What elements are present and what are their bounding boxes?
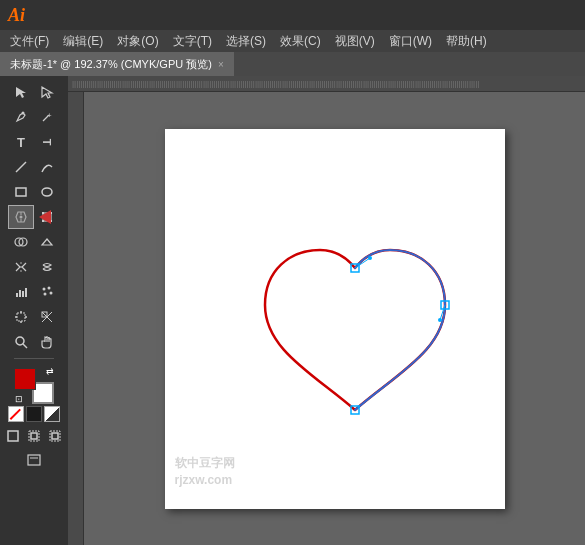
tool-row-puppet	[0, 205, 68, 229]
svg-rect-35	[31, 433, 37, 439]
canvas-area: ||||||||||||||||||||||||||||||||||||||||…	[68, 76, 585, 545]
left-toolbar: + T T	[0, 76, 68, 545]
svg-rect-18	[19, 290, 21, 297]
menu-edit[interactable]: 编辑(E)	[57, 31, 109, 52]
svg-line-2	[16, 162, 26, 172]
line-tool[interactable]	[8, 155, 34, 179]
draw-inside-icon[interactable]	[25, 426, 42, 446]
tab-bar: 未标题-1* @ 192.37% (CMYK/GPU 预览) ×	[0, 52, 585, 76]
vertical-type-tool[interactable]: T	[34, 130, 60, 154]
reset-colors-icon[interactable]: ⊡	[14, 393, 24, 405]
tool-row-1	[0, 80, 68, 104]
slice-tool[interactable]	[34, 305, 60, 329]
ruler-top: ||||||||||||||||||||||||||||||||||||||||…	[68, 76, 585, 92]
svg-point-6	[20, 216, 23, 219]
fill-color-box[interactable]	[14, 368, 36, 390]
svg-point-24	[50, 292, 53, 295]
tool-row-10	[0, 330, 68, 354]
pen-tool[interactable]	[8, 105, 34, 129]
small-swatches	[4, 406, 64, 422]
gradient-swatch[interactable]	[44, 406, 60, 422]
svg-rect-33	[8, 431, 18, 441]
screen-mode-row	[4, 449, 64, 471]
svg-rect-3	[16, 188, 26, 196]
menu-type[interactable]: 文字(T)	[167, 31, 218, 52]
active-tab[interactable]: 未标题-1* @ 192.37% (CMYK/GPU 预览) ×	[0, 52, 234, 76]
draw-normal-icon[interactable]	[4, 426, 21, 446]
selection-tool[interactable]	[8, 80, 34, 104]
menu-effect[interactable]: 效果(C)	[274, 31, 327, 52]
bottom-tools: ⊡ ⇄	[0, 362, 68, 475]
svg-rect-38	[28, 455, 40, 465]
black-swatch[interactable]	[26, 406, 42, 422]
tool-separator	[14, 358, 55, 359]
ellipse-tool[interactable]	[34, 180, 60, 204]
svg-rect-25	[17, 313, 25, 321]
menu-file[interactable]: 文件(F)	[4, 31, 55, 52]
svg-point-4	[42, 188, 52, 196]
perspective-tool[interactable]	[34, 230, 60, 254]
svg-point-31	[16, 337, 24, 345]
canvas-content: 软中豆字网 rjzxw.com 软中豆字网rjzxw.com	[84, 92, 585, 545]
tool-row-4	[0, 155, 68, 179]
scatter-tool[interactable]	[34, 280, 60, 304]
artboard-tool[interactable]	[8, 305, 34, 329]
bottom-icon-row	[4, 426, 64, 446]
tab-title: 未标题-1* @ 192.37% (CMYK/GPU 预览)	[10, 57, 212, 72]
warp-tool[interactable]	[34, 255, 60, 279]
svg-point-44	[368, 256, 372, 260]
svg-point-22	[48, 287, 51, 290]
zoom-tool[interactable]	[8, 330, 34, 354]
svg-point-0	[22, 112, 25, 115]
heart-shape	[255, 220, 455, 440]
tool-row-7	[0, 255, 68, 279]
tool-arrow-indicator	[39, 210, 51, 224]
reflect-tool[interactable]	[8, 255, 34, 279]
hand-tool[interactable]	[34, 330, 60, 354]
svg-point-21	[43, 288, 46, 291]
menu-select[interactable]: 选择(S)	[220, 31, 272, 52]
shape-builder-tool[interactable]	[8, 230, 34, 254]
ruler-left	[68, 92, 84, 545]
svg-point-46	[438, 318, 442, 322]
tool-row-9	[0, 305, 68, 329]
menu-bar: 文件(F) 编辑(E) 对象(O) 文字(T) 选择(S) 效果(C) 视图(V…	[0, 30, 585, 52]
draw-behind-icon[interactable]	[47, 426, 64, 446]
white-canvas[interactable]: 软中豆字网 rjzxw.com 软中豆字网rjzxw.com	[165, 129, 505, 509]
tool-row-6	[0, 230, 68, 254]
color-boxes: ⊡ ⇄	[14, 368, 54, 404]
svg-point-23	[44, 293, 47, 296]
svg-text:+: +	[47, 111, 52, 120]
type-tool[interactable]: T	[8, 130, 34, 154]
tool-row-8	[0, 280, 68, 304]
swap-colors-icon[interactable]: ⇄	[46, 366, 54, 376]
svg-rect-20	[25, 288, 27, 297]
menu-object[interactable]: 对象(O)	[111, 31, 164, 52]
main-area: + T T	[0, 76, 585, 545]
title-bar: Ai Adobe Illustrator	[0, 0, 585, 30]
svg-rect-17	[16, 293, 18, 297]
tool-row-3: T T	[0, 130, 68, 154]
rect-tool[interactable]	[8, 180, 34, 204]
arc-tool[interactable]	[34, 155, 60, 179]
tab-close-button[interactable]: ×	[218, 59, 224, 70]
svg-rect-39	[30, 457, 38, 459]
change-screen-mode-button[interactable]	[19, 449, 49, 471]
watermark: 软中豆字网 rjzxw.com 软中豆字网rjzxw.com	[175, 455, 235, 489]
tool-row-5	[0, 180, 68, 204]
none-swatch[interactable]	[8, 406, 24, 422]
direct-select-tool[interactable]	[34, 80, 60, 104]
menu-help[interactable]: 帮助(H)	[440, 31, 493, 52]
menu-window[interactable]: 窗口(W)	[383, 31, 438, 52]
svg-rect-19	[22, 291, 24, 297]
menu-view[interactable]: 视图(V)	[329, 31, 381, 52]
puppet-warp-tool[interactable]	[8, 205, 34, 229]
app-logo: Ai	[8, 5, 25, 26]
svg-rect-36	[52, 433, 58, 439]
graph-tool[interactable]	[8, 280, 34, 304]
tool-row-2: +	[0, 105, 68, 129]
add-anchor-tool[interactable]: +	[34, 105, 60, 129]
svg-line-32	[23, 344, 27, 348]
